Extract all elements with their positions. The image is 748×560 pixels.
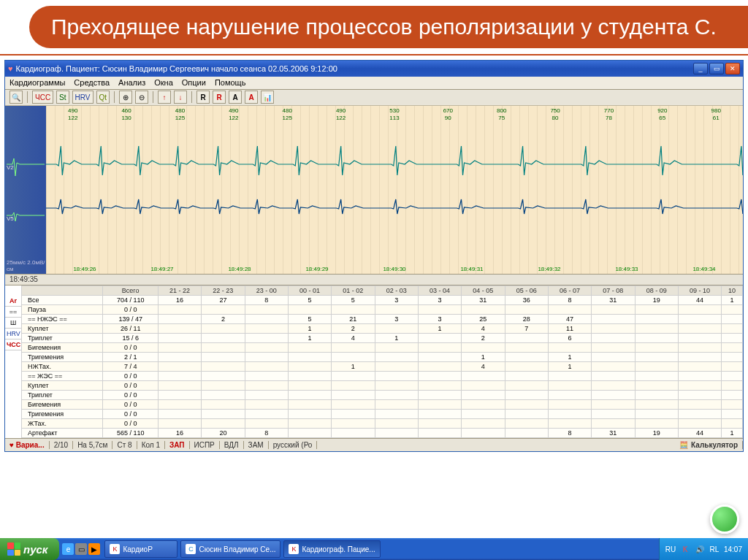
tb-st[interactable]: St [56,91,69,104]
taskbar-item[interactable]: ССюсин Владимир Се... [180,540,280,558]
table-cell: 44 [678,295,721,304]
menubar: Кардиограммы Средства Анализ Окна Опции … [5,77,743,90]
table-header[interactable]: 09 - 10 [678,285,721,295]
table-cell [418,390,461,399]
table-cell [462,342,505,352]
table-header[interactable]: 07 - 08 [592,285,635,295]
ecg-time-tick: 18:49:28 [228,266,251,272]
ecg-time-tick: 18:49:32 [538,266,560,272]
table-row[interactable]: Бигемения0 / 0 [22,399,743,409]
tb-arrow-up-icon[interactable]: ↑ [158,91,171,104]
tb-r-dot-icon[interactable]: R [213,91,226,104]
table-cell: 3 [375,295,418,304]
tray-rl[interactable]: RL [709,544,720,554]
tb-binoculars-icon[interactable]: 🔍 [9,91,23,104]
table-header[interactable]: Всего [103,285,158,295]
ql-media-icon[interactable]: ▶ [88,543,100,555]
ql-desktop-icon[interactable]: ▭ [75,543,87,555]
tb-hrv[interactable]: HRV [72,91,94,104]
table-row[interactable]: НЖТах.7 / 4141 [22,361,743,371]
table-cell [418,418,461,428]
taskbar-item[interactable]: KКардиоР [104,540,178,558]
menu-options[interactable]: Опции [182,78,206,87]
table-cell [505,361,548,371]
table-cell [418,352,461,361]
table-row[interactable]: == НЖЭС ==139 / 47252133252847 [22,314,743,323]
tb-qt[interactable]: Qt [96,91,110,104]
table-cell [722,371,743,380]
table-header[interactable]: 08 - 09 [635,285,678,295]
table-cell: 1 [288,333,331,342]
table-row[interactable]: Куплет26 / 111214711 [22,323,743,333]
side-tab-chss[interactable]: ЧСС [5,340,21,350]
table-row[interactable]: Артефакт565 / 1101620883119441 [22,428,743,437]
table-row[interactable]: Все704 / 110162785533313683119441 [22,295,743,304]
side-tab-sh[interactable]: Ш [5,318,21,329]
menu-help[interactable]: Помощь [215,78,246,87]
table-header[interactable]: 22 - 23 [202,285,245,295]
table-header[interactable]: 02 - 03 [375,285,418,295]
tray-volume-icon[interactable]: 🔊 [695,544,705,554]
window-titlebar[interactable]: ♥ Кардиограф. Пациент: Сюсин Владимир Се… [5,61,743,77]
table-header[interactable]: 03 - 04 [418,285,461,295]
side-tab-sep[interactable]: == [5,307,21,318]
minimize-button[interactable]: _ [693,63,708,74]
table-header[interactable]: 05 - 06 [505,285,548,295]
side-tab-hrv[interactable]: HRV [5,329,21,340]
table-row[interactable]: Куплет0 / 0 [22,380,743,390]
table-row[interactable]: Тригемения0 / 0 [22,409,743,418]
table-header[interactable]: 01 - 02 [332,285,375,295]
table-cell [548,399,591,409]
tb-zoom-in-icon[interactable]: ⊕ [119,91,132,104]
tray-antivirus-icon[interactable]: K [680,544,690,554]
table-cell [202,409,245,418]
rr-value-pair: 460130 [121,107,131,122]
table-row[interactable]: == ЖЭС ==0 / 0 [22,371,743,380]
table-row[interactable]: Пауза0 / 0 [22,304,743,314]
table-row[interactable]: Бигемения0 / 0 [22,342,743,352]
tb-a-button[interactable]: A [229,91,242,104]
arrhythmia-table[interactable]: Всего21 - 2222 - 2323 - 0000 - 0101 - 02… [21,285,743,438]
tb-chart-icon[interactable]: 📊 [261,91,274,104]
table-cell [288,380,331,390]
tb-zoom-out-icon[interactable]: ⊖ [135,91,148,104]
table-header[interactable]: 06 - 07 [548,285,591,295]
table-row[interactable]: ЖТах.0 / 0 [22,418,743,428]
table-header[interactable] [22,285,103,295]
table-header[interactable]: 00 - 01 [288,285,331,295]
table-row[interactable]: Триплет15 / 614126 [22,333,743,342]
table-cell [158,409,201,418]
start-button[interactable]: пуск [0,538,59,560]
table-header[interactable]: 04 - 05 [462,285,505,295]
tb-a-dot-icon[interactable]: A [245,91,258,104]
side-tab-ar[interactable]: Ar [5,296,21,307]
table-cell: 1 [375,333,418,342]
menu-cardiograms[interactable]: Кардиограммы [9,78,65,87]
close-button[interactable]: ✕ [725,63,740,74]
status-calc[interactable]: 🧮 Калькулятор [675,441,743,449]
rr-value-pair: 480125 [175,107,185,122]
tb-r-button[interactable]: R [196,91,210,104]
tray-clock[interactable]: 14:07 [724,545,742,553]
row-label: Куплет [22,380,103,390]
status-varia[interactable]: ♥ Вариа... [5,441,50,449]
menu-analysis[interactable]: Анализ [118,78,145,87]
tb-arrow-down-icon[interactable]: ↓ [174,91,187,104]
ql-ie-icon[interactable]: e [62,543,74,555]
table-cell: 6 [548,333,591,342]
table-header[interactable]: 10 [722,285,743,295]
rr-value-pair: 92065 [657,107,667,122]
ecg-waveform-area[interactable]: 4901224601304801254901224801254901225301… [46,106,743,274]
table-cell [418,371,461,380]
table-row[interactable]: Тригемения2 / 111 [22,352,743,361]
tb-chss[interactable]: ЧСС [32,91,53,104]
menu-tools[interactable]: Средства [74,78,110,87]
table-header[interactable]: 23 - 00 [245,285,288,295]
tray-lang[interactable]: RU [665,544,676,554]
table-row[interactable]: Триплет0 / 0 [22,390,743,399]
menu-windows[interactable]: Окна [154,78,173,87]
taskbar-item[interactable]: KКардиограф. Пацие... [283,540,380,558]
table-header[interactable]: 21 - 22 [158,285,201,295]
table-cell [505,371,548,380]
maximize-button[interactable]: ▭ [709,63,724,74]
